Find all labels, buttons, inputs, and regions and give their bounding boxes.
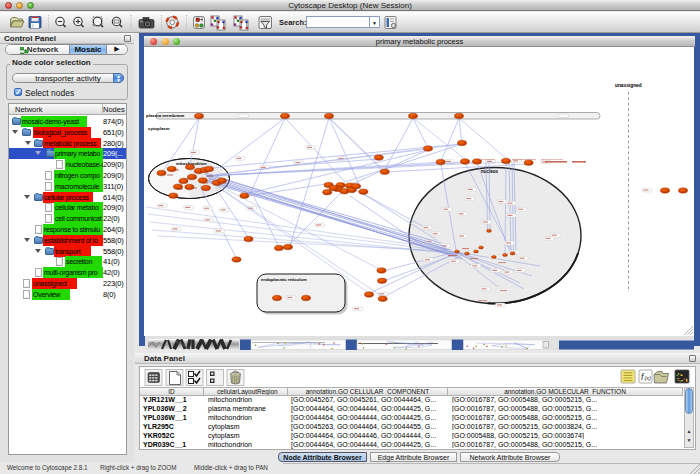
svg-text:cytoplasm: cytoplasm <box>148 126 170 131</box>
svg-text:plasma membrane: plasma membrane <box>146 113 185 118</box>
svg-text:unassigned: unassigned <box>615 83 642 88</box>
svg-text:(x): (x) <box>645 375 652 381</box>
svg-text:endoplasmic reticulum: endoplasmic reticulum <box>261 277 307 282</box>
svg-text:nucleus: nucleus <box>481 169 499 174</box>
